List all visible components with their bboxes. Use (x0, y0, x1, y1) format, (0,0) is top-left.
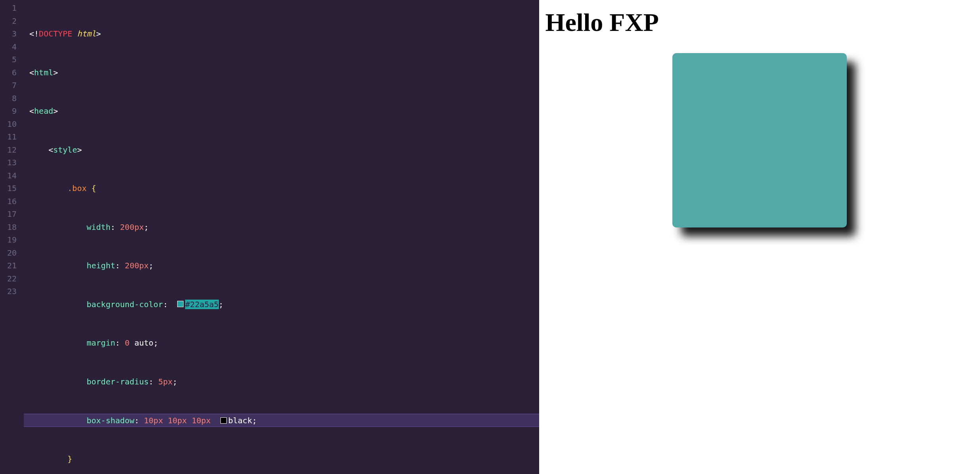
browser-preview: Hello FXP (539, 0, 980, 474)
code-editor[interactable]: 1 2 3 4 5 6 7 8 9 10 11 12 13 14 15 16 1… (0, 0, 539, 474)
code-line[interactable]: margin: 0 auto; (24, 336, 539, 350)
line-number: 22 (0, 272, 17, 285)
line-number: 21 (0, 259, 17, 272)
line-number: 7 (0, 79, 17, 92)
line-number: 5 (0, 53, 17, 66)
line-number-gutter: 1 2 3 4 5 6 7 8 9 10 11 12 13 14 15 16 1… (0, 0, 24, 474)
line-number: 12 (0, 143, 17, 157)
code-area[interactable]: <!DOCTYPE html> <html> <head> <style> .b… (24, 0, 539, 474)
code-line[interactable]: background-color: #22a5a5; (24, 298, 539, 311)
code-line[interactable]: <style> (24, 143, 539, 157)
code-line[interactable]: border-radius: 5px; (24, 375, 539, 388)
line-number: 23 (0, 285, 17, 298)
line-number: 6 (0, 66, 17, 79)
line-number: 3 (0, 27, 17, 40)
selected-text: #22a5a5 (185, 300, 218, 309)
code-line[interactable]: <head> (24, 105, 539, 118)
code-line[interactable]: .box { (24, 182, 539, 195)
line-number: 4 (0, 40, 17, 54)
code-line[interactable]: <!DOCTYPE html> (24, 27, 539, 40)
line-number: 11 (0, 130, 17, 143)
line-number: 10 (0, 118, 17, 131)
code-line-active[interactable]: box-shadow: 10px 10px 10px black; (24, 414, 539, 427)
code-line[interactable]: <html> (24, 66, 539, 79)
preview-box (672, 53, 847, 227)
line-number: 9 (0, 105, 17, 118)
line-number: 14 (0, 169, 17, 182)
line-number: 1 (0, 2, 17, 15)
line-number: 17 (0, 208, 17, 221)
code-line[interactable]: height: 200px; (24, 259, 539, 272)
code-line[interactable]: width: 200px; (24, 221, 539, 234)
line-number: 8 (0, 92, 17, 105)
color-swatch-icon (177, 301, 184, 307)
line-number: 18 (0, 221, 17, 234)
line-number: 16 (0, 195, 17, 208)
line-number: 2 (0, 15, 17, 28)
line-number: 13 (0, 156, 17, 169)
line-number: 20 (0, 247, 17, 260)
line-number: 15 (0, 182, 17, 195)
color-swatch-icon (220, 417, 227, 424)
preview-heading: Hello FXP (546, 8, 974, 37)
line-number: 19 (0, 233, 17, 247)
code-line[interactable]: } (24, 453, 539, 466)
